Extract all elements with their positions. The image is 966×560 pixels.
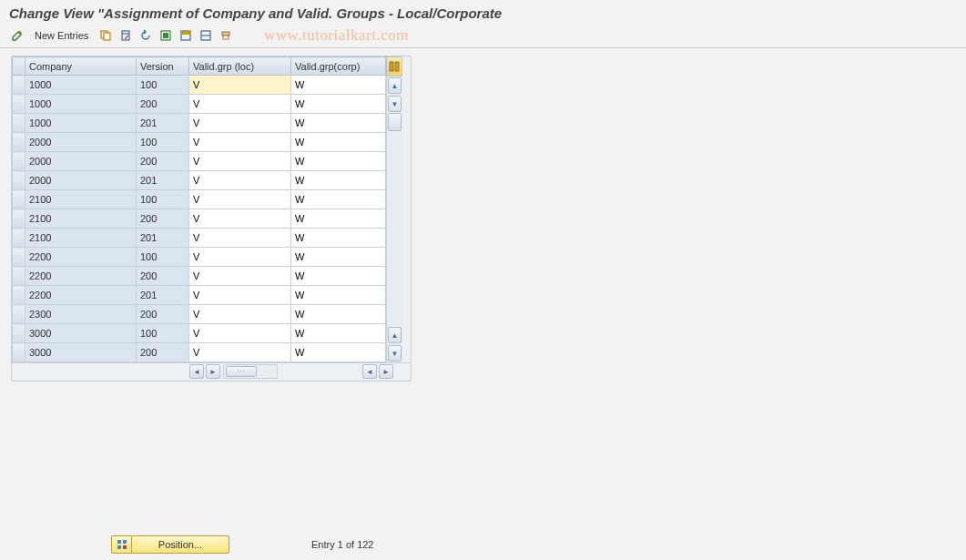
cell-valid-grp-corp[interactable]	[291, 324, 386, 343]
input-valid-grp-corp[interactable]	[291, 267, 385, 285]
input-valid-grp-loc[interactable]	[189, 248, 290, 266]
input-valid-grp-loc[interactable]	[189, 209, 290, 228]
select-all-icon[interactable]	[158, 27, 174, 44]
column-header-version[interactable]: Version	[137, 57, 189, 76]
input-valid-grp-corp[interactable]	[291, 324, 385, 342]
configure-columns-icon[interactable]	[386, 56, 402, 76]
input-valid-grp-corp[interactable]	[291, 95, 385, 113]
cell-valid-grp-corp[interactable]	[291, 305, 386, 324]
hscroll-right-icon[interactable]: ►	[206, 364, 220, 379]
input-valid-grp-loc[interactable]	[189, 95, 290, 113]
cell-valid-grp-loc[interactable]	[189, 286, 291, 305]
scroll-thumb[interactable]	[388, 113, 402, 131]
cell-valid-grp-loc[interactable]	[189, 171, 291, 190]
cell-valid-grp-loc[interactable]	[189, 343, 291, 362]
input-valid-grp-loc[interactable]	[189, 305, 290, 323]
row-selector[interactable]	[13, 152, 25, 171]
input-valid-grp-loc[interactable]	[189, 267, 290, 285]
scroll-up-bottom-icon[interactable]: ▲	[388, 327, 402, 343]
cell-valid-grp-corp[interactable]	[291, 229, 386, 248]
cell-valid-grp-corp[interactable]	[291, 152, 386, 171]
deselect-all-icon[interactable]	[198, 27, 214, 44]
vertical-scrollbar[interactable]: ▲ ▼ ▲ ▼	[386, 76, 402, 362]
input-valid-grp-corp[interactable]	[291, 209, 385, 228]
row-selector[interactable]	[13, 229, 25, 248]
cell-valid-grp-loc[interactable]	[189, 114, 291, 133]
print-icon[interactable]	[218, 27, 234, 44]
cell-valid-grp-loc[interactable]	[189, 209, 291, 229]
row-selector[interactable]	[13, 76, 25, 95]
cell-valid-grp-corp[interactable]	[291, 209, 386, 229]
cell-valid-grp-loc[interactable]	[189, 76, 291, 95]
cell-valid-grp-corp[interactable]	[291, 286, 386, 305]
hscroll-left-2-icon[interactable]: ◄	[362, 364, 377, 379]
copy-as-icon[interactable]	[97, 27, 114, 44]
row-selector[interactable]	[13, 133, 25, 152]
cell-valid-grp-loc[interactable]	[189, 95, 291, 114]
cell-valid-grp-loc[interactable]	[189, 190, 291, 209]
input-valid-grp-loc[interactable]	[189, 133, 290, 151]
input-valid-grp-loc[interactable]	[189, 190, 290, 209]
column-header-company[interactable]: Company	[25, 57, 137, 76]
position-button[interactable]: Position...	[131, 535, 229, 554]
cell-valid-grp-corp[interactable]	[291, 248, 386, 267]
cell-valid-grp-corp[interactable]	[291, 343, 386, 362]
row-selector[interactable]	[13, 324, 25, 343]
row-selector-header[interactable]	[13, 57, 25, 76]
cell-valid-grp-loc[interactable]	[189, 229, 291, 248]
input-valid-grp-corp[interactable]	[291, 133, 385, 151]
input-valid-grp-loc[interactable]	[189, 343, 290, 361]
cell-valid-grp-corp[interactable]	[291, 114, 386, 133]
cell-valid-grp-loc[interactable]	[189, 324, 291, 343]
scroll-track[interactable]	[387, 113, 402, 326]
input-valid-grp-corp[interactable]	[291, 114, 385, 132]
input-valid-grp-corp[interactable]	[291, 76, 385, 94]
input-valid-grp-loc[interactable]	[189, 114, 290, 132]
hscroll-left-icon[interactable]: ◄	[189, 364, 204, 379]
column-header-valid-grp-corp[interactable]: Valid.grp(corp)	[291, 57, 386, 76]
hscroll-thumb[interactable]: ∙∙∙	[226, 366, 257, 377]
cell-valid-grp-loc[interactable]	[189, 305, 291, 324]
cell-valid-grp-loc[interactable]	[189, 152, 291, 171]
row-selector[interactable]	[13, 248, 25, 267]
row-selector[interactable]	[13, 190, 25, 209]
input-valid-grp-corp[interactable]	[291, 286, 385, 304]
scroll-down-icon[interactable]: ▼	[388, 96, 402, 112]
delete-icon[interactable]	[117, 27, 134, 44]
input-valid-grp-corp[interactable]	[291, 229, 385, 247]
input-valid-grp-corp[interactable]	[291, 305, 385, 323]
cell-valid-grp-corp[interactable]	[291, 267, 386, 286]
input-valid-grp-corp[interactable]	[291, 248, 385, 266]
input-valid-grp-corp[interactable]	[291, 343, 385, 361]
hscroll-track[interactable]: ∙∙∙	[223, 364, 278, 379]
input-valid-grp-loc[interactable]	[189, 286, 290, 304]
row-selector[interactable]	[13, 171, 25, 190]
row-selector[interactable]	[13, 209, 25, 229]
input-valid-grp-loc[interactable]	[189, 324, 290, 342]
input-valid-grp-corp[interactable]	[291, 190, 385, 209]
hscroll-right-2-icon[interactable]: ►	[379, 364, 393, 379]
input-valid-grp-corp[interactable]	[291, 152, 385, 170]
row-selector[interactable]	[13, 286, 25, 305]
select-block-icon[interactable]	[178, 27, 194, 44]
toggle-display-change-icon[interactable]	[9, 27, 25, 44]
input-valid-grp-loc[interactable]	[189, 229, 290, 247]
cell-valid-grp-corp[interactable]	[291, 133, 386, 152]
row-selector[interactable]	[13, 305, 25, 324]
scroll-up-icon[interactable]: ▲	[388, 77, 402, 94]
input-valid-grp-loc[interactable]	[189, 76, 290, 94]
cell-valid-grp-corp[interactable]	[291, 95, 386, 114]
cell-valid-grp-corp[interactable]	[291, 76, 386, 95]
position-icon[interactable]	[111, 535, 131, 554]
scroll-down-bottom-icon[interactable]: ▼	[388, 345, 402, 361]
column-header-valid-grp-loc[interactable]: Valid.grp (loc)	[189, 57, 291, 76]
row-selector[interactable]	[13, 267, 25, 286]
new-entries-button[interactable]: New Entries	[29, 28, 94, 43]
input-valid-grp-loc[interactable]	[189, 152, 290, 170]
cell-valid-grp-loc[interactable]	[189, 267, 291, 286]
undo-change-icon[interactable]	[137, 27, 154, 44]
cell-valid-grp-corp[interactable]	[291, 190, 386, 209]
cell-valid-grp-loc[interactable]	[189, 133, 291, 152]
row-selector[interactable]	[13, 114, 25, 133]
input-valid-grp-loc[interactable]	[189, 171, 290, 189]
